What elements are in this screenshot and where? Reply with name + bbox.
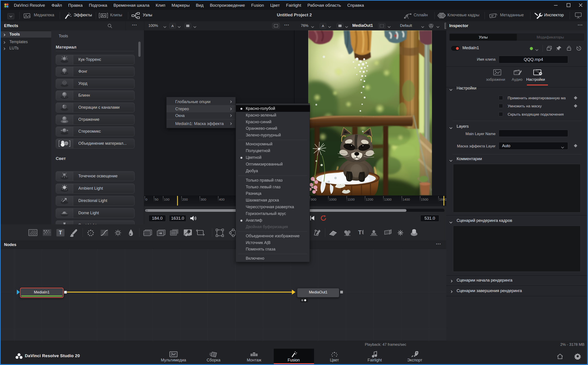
svg-text:T: T bbox=[358, 229, 362, 236]
